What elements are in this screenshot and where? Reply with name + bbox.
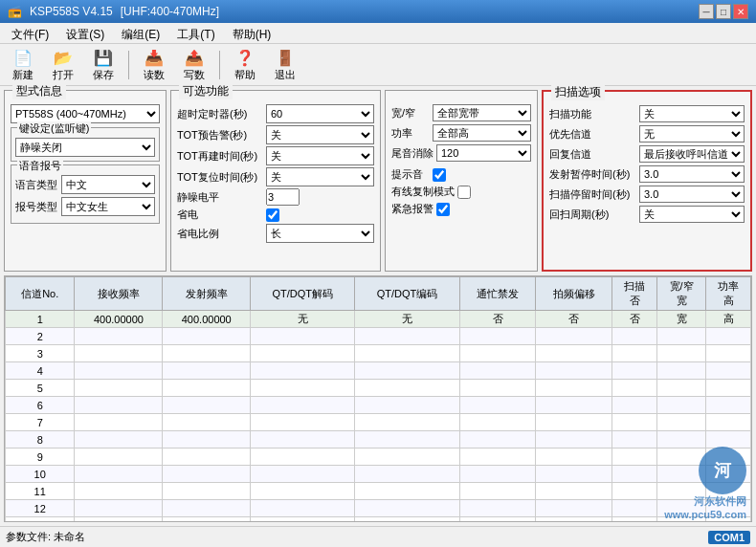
table-cell (536, 345, 612, 362)
table-cell (251, 449, 355, 466)
model-info-panel: 型式信息 PT558S (400~470MHz) 键设定(监听键) 静噪关闭 语… (4, 90, 167, 272)
tot-reset-select[interactable]: 关 (266, 167, 374, 186)
report-select[interactable]: 中文女生 (61, 197, 155, 216)
table-cell (706, 345, 751, 362)
lang-select[interactable]: 中文 (61, 175, 155, 194)
toolbar-separator2 (219, 51, 220, 79)
table-cell (163, 328, 251, 345)
maximize-button[interactable]: □ (716, 4, 731, 19)
table-row[interactable]: 1400.00000400.00000无无否否否宽高 (6, 311, 751, 328)
table-cell (355, 517, 459, 523)
close-button[interactable]: ✕ (733, 4, 748, 19)
table-row[interactable]: 4 (6, 362, 751, 380)
table-cell (612, 500, 657, 517)
write-button[interactable]: 📤 写数 (177, 44, 211, 85)
tot-rebuild-select[interactable]: 关 (266, 146, 374, 165)
beep-checkbox[interactable] (433, 168, 446, 182)
emergency-checkbox[interactable] (436, 203, 450, 216)
scan-func-select[interactable]: 关 (639, 105, 745, 122)
open-button[interactable]: 📂 打开 (46, 44, 80, 85)
table-cell (612, 466, 657, 483)
table-cell (612, 345, 657, 362)
table-row[interactable]: 2 (6, 328, 751, 345)
minimize-button[interactable]: ─ (699, 4, 714, 19)
tail-tone-select[interactable]: 120 (436, 144, 531, 162)
table-row[interactable]: 8 (6, 431, 751, 449)
scan-dwell-select[interactable]: 3.0 (639, 186, 745, 203)
save-button[interactable]: 💾 保存 (86, 44, 121, 85)
bw-power-panel: 宽/窄 全部宽带 功率 全部高 尾音消除 120 提示音 有线复制模式 紧急报警 (385, 90, 538, 272)
table-cell (612, 431, 657, 449)
menu-tools[interactable]: 工具(T) (169, 25, 222, 41)
squelch-input[interactable] (266, 188, 300, 206)
menu-help[interactable]: 帮助(H) (225, 25, 279, 41)
timeout-select[interactable]: 60 (266, 104, 374, 123)
table-cell (706, 380, 751, 397)
table-cell (459, 483, 536, 500)
power-select[interactable]: 全部高 (433, 124, 531, 142)
rescan-period-select[interactable]: 关 (639, 206, 745, 223)
resume-chan-select[interactable]: 最后接收呼叫信道 (639, 145, 745, 163)
beep-row: 提示音 (391, 167, 531, 182)
new-button[interactable]: 📄 新建 (6, 44, 40, 85)
table-row[interactable]: 11 (6, 483, 751, 500)
priority-chan-select[interactable]: 无 (639, 125, 745, 142)
table-cell (706, 431, 751, 449)
help-button[interactable]: ❓ 帮助 (228, 44, 262, 85)
squelch-row: 静噪电平 (177, 188, 374, 206)
read-button[interactable]: 📥 读数 (137, 44, 171, 85)
table-row[interactable]: 12 (6, 500, 751, 517)
table-cell (163, 483, 251, 500)
table-cell (459, 328, 536, 345)
menu-settings[interactable]: 设置(S) (58, 25, 112, 41)
col-power: 功率高 (706, 277, 751, 311)
tail-tone-row: 尾音消除 120 (391, 144, 531, 162)
table-cell (355, 362, 459, 380)
menu-group[interactable]: 编组(E) (114, 25, 167, 41)
wire-copy-checkbox[interactable] (457, 186, 471, 199)
top-panels: 型式信息 PT558S (400~470MHz) 键设定(监听键) 静噪关闭 语… (4, 90, 752, 272)
col-channel-no: 信道No. (6, 277, 75, 311)
table-cell (612, 414, 657, 431)
tot-reset-row: TOT复位时间(秒) 关 (177, 167, 374, 186)
channel-table: 信道No. 接收频率 发射频率 QT/DQT解码 QT/DQT编码 通忙禁发 拍… (5, 276, 751, 522)
table-cell: 5 (6, 380, 75, 397)
table-cell (75, 466, 163, 483)
table-row[interactable]: 6 (6, 397, 751, 414)
power-label: 功率 (391, 126, 430, 141)
power-ratio-label: 省电比例 (177, 227, 263, 241)
tot-warn-select[interactable]: 关 (266, 125, 374, 144)
table-cell (656, 414, 705, 431)
table-cell (612, 380, 657, 397)
scan-options-panel: 扫描选项 扫描功能 关 优先信道 无 回复信道 最后接收呼叫信道 发射暂停时间(… (542, 90, 752, 272)
power-ratio-select[interactable]: 长 (266, 224, 374, 243)
scan-dwell-label: 扫描停留时间(秒) (549, 187, 635, 202)
model-select[interactable]: PT558S (400~470MHz) (11, 104, 160, 123)
tot-warn-label: TOT预告警(秒) (177, 128, 263, 142)
table-row[interactable]: 3 (6, 345, 751, 362)
power-save-checkbox[interactable] (266, 208, 279, 222)
table-cell: 2 (6, 328, 75, 345)
table-cell (355, 414, 459, 431)
report-label: 报号类型 (15, 200, 57, 214)
new-icon: 📄 (12, 47, 33, 68)
exit-button[interactable]: 🚪 退出 (268, 44, 302, 85)
table-cell: 4 (6, 362, 75, 380)
table-row[interactable]: 5 (6, 380, 751, 397)
table-row[interactable]: 7 (6, 414, 751, 431)
table-row[interactable]: 13 (6, 517, 751, 523)
table-cell: 11 (6, 483, 75, 500)
toolbar: 📄 新建 📂 打开 💾 保存 📥 读数 📤 写数 ❓ 帮助 🚪 退出 (0, 44, 756, 86)
table-row[interactable]: 9 (6, 449, 751, 466)
table-row[interactable]: 10 (6, 466, 751, 483)
bw-select[interactable]: 全部宽带 (433, 104, 531, 121)
tot-reset-label: TOT复位时间(秒) (177, 170, 263, 185)
key-select[interactable]: 静噪关闭 (15, 138, 155, 157)
table-cell: 否 (459, 311, 536, 328)
rescan-period-label: 回扫周期(秒) (549, 208, 635, 222)
menu-file[interactable]: 文件(F) (4, 25, 56, 41)
table-cell (75, 414, 163, 431)
table-cell (163, 466, 251, 483)
tx-pause-select[interactable]: 3.0 (639, 165, 745, 183)
resume-chan-row: 回复信道 最后接收呼叫信道 (549, 145, 745, 163)
